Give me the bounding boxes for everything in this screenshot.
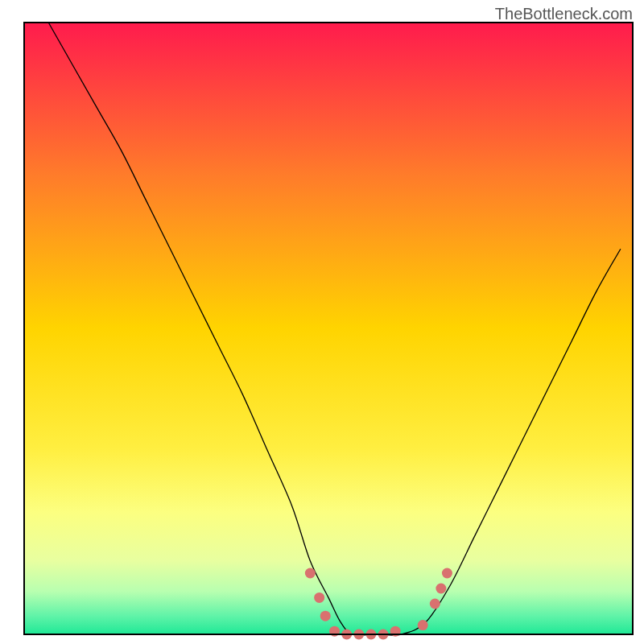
marker-dot — [442, 568, 452, 579]
marker-dot — [430, 599, 440, 609]
marker-dot — [418, 620, 428, 630]
marker-dot — [305, 568, 316, 579]
watermark-text: TheBottleneck.com — [495, 5, 633, 23]
chart-svg — [0, 0, 644, 644]
marker-dot — [320, 611, 331, 621]
marker-dot — [314, 592, 324, 603]
marker-dot — [436, 584, 446, 594]
plot-background — [24, 23, 633, 634]
chart-container: TheBottleneck.com — [0, 0, 644, 644]
